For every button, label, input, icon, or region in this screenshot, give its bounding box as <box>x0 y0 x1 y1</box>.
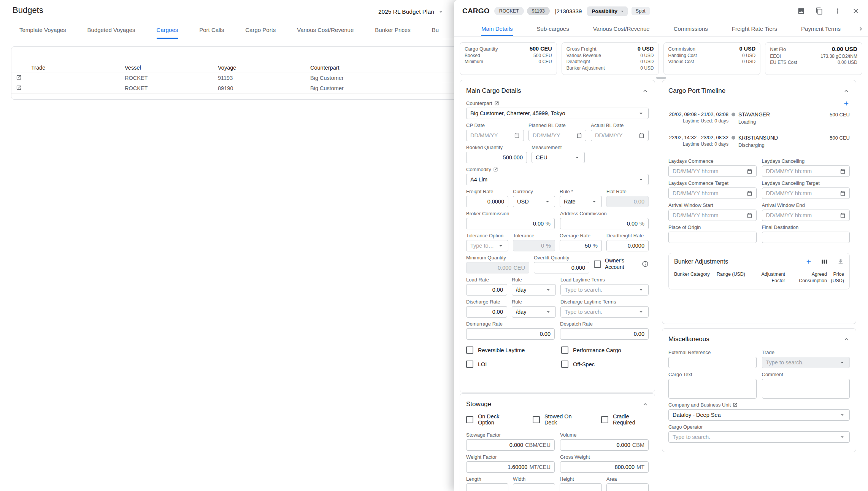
width-input[interactable] <box>513 483 555 491</box>
calendar-icon[interactable] <box>840 168 846 174</box>
external-link-icon[interactable] <box>493 167 498 172</box>
discharge-rate-input[interactable]: 0.00 <box>466 306 507 318</box>
laydays-commence-input[interactable]: DD/MM/YY hh:mm <box>668 165 757 177</box>
load-rule-select[interactable]: /day <box>512 284 556 296</box>
tabs-overflow-chevron-icon[interactable] <box>857 25 864 33</box>
discharge-laytime-terms-select[interactable]: Type to search. <box>560 306 649 318</box>
tab-various-cost-revenue[interactable]: Various Cost/Revenue <box>593 22 650 36</box>
length-input[interactable] <box>466 483 508 491</box>
download-icon[interactable] <box>837 258 844 265</box>
off-spec-checkbox[interactable]: Off-Spec <box>561 361 595 368</box>
length-label: Length <box>466 476 508 482</box>
calendar-icon[interactable] <box>747 168 752 174</box>
arrival-window-end-input[interactable]: DD/MM/YY hh:mm <box>762 210 850 221</box>
cargo-operator-select[interactable]: Type to search. <box>668 431 850 443</box>
collapse-icon[interactable] <box>843 87 850 94</box>
calendar-icon[interactable] <box>639 133 644 138</box>
external-reference-input[interactable] <box>668 357 757 368</box>
laydays-cancelling-target-input[interactable]: DD/MM/YY hh:mm <box>762 188 850 199</box>
discharge-rule-select[interactable]: /day <box>512 306 556 318</box>
external-link-icon[interactable] <box>494 101 499 106</box>
tab-bunker-truncated[interactable]: Bu <box>432 22 439 39</box>
demurrage-rate-input[interactable]: 0.00 <box>466 328 555 340</box>
deadfreight-rate-input[interactable]: 0.0000 <box>606 240 649 251</box>
final-destination-input[interactable] <box>762 232 850 243</box>
calendar-icon[interactable] <box>514 133 520 138</box>
tolerance-option-select[interactable]: Type to s... <box>466 240 508 251</box>
actual-bl-date-input[interactable]: DD/MM/YY <box>591 130 649 141</box>
tab-cargoes[interactable]: Cargoes <box>157 22 178 39</box>
tab-cargo-ports[interactable]: Cargo Ports <box>245 22 276 39</box>
load-rate-input[interactable]: 0.00 <box>466 284 507 296</box>
load-laytime-terms-select[interactable]: Type to search. <box>560 284 649 296</box>
tab-payment-terms[interactable]: Payment Terms <box>801 22 841 36</box>
laydays-cancelling-input[interactable]: DD/MM/YY hh:mm <box>762 165 850 177</box>
collapse-icon[interactable] <box>642 401 649 408</box>
tab-port-calls[interactable]: Port Calls <box>199 22 224 39</box>
tab-template-voyages[interactable]: Template Voyages <box>19 22 66 39</box>
tab-various-cost-revenue[interactable]: Various Cost/Revenue <box>297 22 354 39</box>
counterpart-select[interactable]: Big Customer, Charterer, 45999, Tokyo <box>466 108 649 119</box>
area-input[interactable] <box>606 483 649 491</box>
overlift-quantity-input[interactable]: 0.000 <box>534 262 589 273</box>
tab-sub-cargoes[interactable]: Sub-cargoes <box>537 22 569 36</box>
despatch-rate-input[interactable]: 0.00 <box>560 328 649 340</box>
open-in-new-icon[interactable] <box>16 85 22 91</box>
cradle-required-checkbox[interactable]: Cradle Required <box>601 413 649 426</box>
tab-freight-rate-tiers[interactable]: Freight Rate Tiers <box>732 22 777 36</box>
height-input[interactable] <box>560 483 602 491</box>
gross-weight-input[interactable]: 800.000 MT <box>560 461 649 473</box>
freight-rate-input[interactable]: 0.0000 <box>466 196 508 207</box>
cp-date-input[interactable]: DD/MM/YY <box>466 130 524 141</box>
weight-factor-input[interactable]: 1.60000 MT/CEU <box>466 461 555 473</box>
tab-bunker-prices[interactable]: Bunker Prices <box>375 22 410 39</box>
broker-commission-input[interactable]: 0.00 % <box>466 218 555 229</box>
place-of-origin-input[interactable] <box>668 232 757 243</box>
collapse-icon[interactable] <box>843 336 850 343</box>
budget-plan-selector[interactable]: 2025 RL Budget Plan <box>378 8 444 15</box>
collapse-icon[interactable] <box>642 87 649 94</box>
overage-rate-input[interactable]: 50 % <box>560 240 602 251</box>
stowage-factor-input[interactable]: 0.000 CBM/CEU <box>466 439 555 451</box>
calendar-icon[interactable] <box>576 133 582 138</box>
info-icon[interactable] <box>642 261 649 267</box>
close-icon[interactable] <box>852 7 860 15</box>
on-deck-option-checkbox[interactable]: On Deck Option <box>466 413 513 426</box>
add-bunker-adjustment-icon[interactable] <box>805 258 812 265</box>
calendar-icon[interactable] <box>747 213 752 218</box>
volume-input[interactable]: 0.000 CBM <box>560 439 649 451</box>
columns-icon[interactable] <box>821 258 828 265</box>
open-in-new-icon[interactable] <box>16 75 22 80</box>
arrival-window-start-input[interactable]: DD/MM/YY hh:mm <box>668 210 757 221</box>
comment-input[interactable] <box>762 379 850 399</box>
calendar-icon[interactable] <box>840 213 846 218</box>
performance-cargo-checkbox[interactable]: Performance Cargo <box>561 346 621 354</box>
calendar-icon[interactable] <box>747 191 752 196</box>
laydays-commence-target-input[interactable]: DD/MM/YY hh:mm <box>668 188 757 199</box>
calendar-icon[interactable] <box>840 191 846 196</box>
tab-budgeted-voyages[interactable]: Budgeted Voyages <box>87 22 135 39</box>
kebab-menu-icon[interactable] <box>834 7 841 15</box>
external-link-icon[interactable] <box>733 402 738 407</box>
tab-commissions[interactable]: Commissions <box>674 22 708 36</box>
copy-icon[interactable] <box>816 7 823 15</box>
stowed-on-deck-checkbox[interactable]: Stowed On Deck <box>533 413 581 426</box>
image-icon[interactable] <box>797 7 805 15</box>
status-dropdown[interactable]: Possibility <box>587 6 628 16</box>
loi-checkbox[interactable]: LOI <box>466 361 561 368</box>
address-commission-input[interactable]: 0.00 % <box>560 218 649 229</box>
tab-main-details[interactable]: Main Details <box>481 22 513 36</box>
commodity-select[interactable]: A4 Lim <box>466 174 649 185</box>
timeline-entry[interactable]: 22/02, 14:32 - 23/02, 08:32 Laytime Used… <box>668 135 850 148</box>
add-port-call-icon[interactable] <box>843 100 850 107</box>
currency-select[interactable]: USD <box>513 196 555 207</box>
company-business-unit-select[interactable]: Dataloy - Deep Sea <box>668 409 850 421</box>
planned-bl-date-input[interactable]: DD/MM/YY <box>528 130 586 141</box>
reversible-laytime-checkbox[interactable]: Reversible Laytime <box>466 346 561 354</box>
timeline-entry[interactable]: 20/02, 09:08 - 21/02, 03:08 Laytime Used… <box>668 111 850 125</box>
rule-select[interactable]: Rate <box>560 196 602 207</box>
booked-quantity-input[interactable]: 500.000 <box>466 152 527 163</box>
cargo-text-input[interactable] <box>668 379 757 399</box>
measurement-select[interactable]: CEU <box>532 152 585 163</box>
owners-account-checkbox[interactable] <box>594 261 601 268</box>
